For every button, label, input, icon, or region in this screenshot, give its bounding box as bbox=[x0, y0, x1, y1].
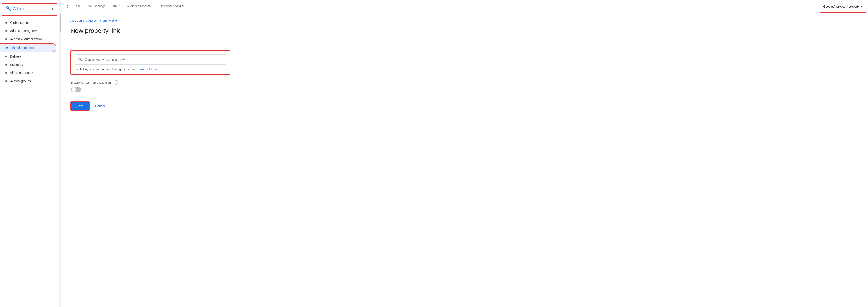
sidebar-dot bbox=[5, 56, 7, 57]
page-title: New property link bbox=[70, 27, 859, 34]
ads-personalization-toggle[interactable] bbox=[71, 87, 81, 92]
sidebar-item-video-audio[interactable]: Video and audio bbox=[0, 69, 57, 77]
sidebar-item-ads-txt[interactable]: Ads.txt management bbox=[0, 27, 57, 35]
chevron-down-icon: ▾ bbox=[861, 5, 863, 8]
divider bbox=[70, 43, 859, 43]
tab-universal-analytics[interactable]: Universal Analytics bbox=[156, 0, 188, 13]
sidebar-item-activity-groups[interactable]: Activity groups bbox=[0, 77, 57, 85]
search-icon bbox=[78, 57, 83, 62]
breadcrumb: All Google Analytics 4 property links › bbox=[70, 19, 859, 23]
sidebar-item-inventory[interactable]: Inventory bbox=[0, 61, 57, 69]
back-button[interactable] bbox=[63, 2, 71, 10]
tos-link[interactable]: Terms of Service bbox=[137, 67, 159, 71]
sidebar-item-access-auth[interactable]: Access & authorization bbox=[0, 35, 57, 43]
tab-ase[interactable]: ase bbox=[72, 0, 84, 13]
sidebar-item-label: Linked accounts bbox=[10, 46, 34, 49]
tab-dmp[interactable]: DMP bbox=[109, 0, 123, 13]
sidebar-item-label: Global settings bbox=[10, 21, 31, 25]
top-nav: ase Ad Exchange DMP Audience Extensi... … bbox=[61, 0, 868, 13]
sidebar-scrollbar bbox=[59, 0, 61, 307]
sidebar-scrollbar-thumb bbox=[60, 14, 61, 32]
sidebar-item-global-settings[interactable]: Global settings bbox=[0, 19, 57, 27]
page-content: All Google Analytics 4 property links › … bbox=[61, 13, 868, 307]
admin-header[interactable]: Admin ▾ bbox=[2, 3, 57, 16]
sidebar-dot bbox=[5, 38, 7, 40]
sidebar-dot-active bbox=[6, 47, 8, 49]
sidebar-item-delivery[interactable]: Delivery bbox=[0, 52, 57, 61]
sidebar-dot bbox=[5, 30, 7, 32]
sidebar-item-label: Access & authorization bbox=[10, 37, 42, 41]
tab-ad-exchange[interactable]: Ad Exchange bbox=[84, 0, 109, 13]
tab-ga4-property-dropdown[interactable]: Google Analytics 4 property ▾ bbox=[819, 0, 866, 13]
save-button[interactable]: Save bbox=[70, 101, 90, 110]
main-content: ase Ad Exchange DMP Audience Extensi... … bbox=[61, 0, 868, 307]
help-icon[interactable]: ? bbox=[114, 80, 118, 84]
ads-personalization-label: Enable for Ads Personalization* ? bbox=[70, 80, 859, 84]
cancel-button[interactable]: Cancel bbox=[93, 102, 107, 110]
form-actions: Save Cancel bbox=[70, 101, 859, 110]
sidebar-item-label: Delivery bbox=[10, 55, 22, 58]
sidebar-item-label: Video and audio bbox=[10, 71, 33, 75]
admin-wrench-icon bbox=[6, 6, 11, 12]
sidebar-dot bbox=[5, 80, 7, 82]
sidebar-dot bbox=[5, 22, 7, 24]
toggle-knob bbox=[71, 87, 76, 92]
tos-text: By clicking save you are confirming the … bbox=[74, 67, 226, 71]
sidebar: Admin ▾ Global settings Ads.txt manageme… bbox=[0, 0, 59, 307]
search-box bbox=[74, 55, 226, 65]
sidebar-item-label: Activity groups bbox=[10, 79, 31, 83]
sidebar-dot bbox=[5, 64, 7, 66]
sidebar-dot bbox=[5, 72, 7, 74]
tab-audience-extensi[interactable]: Audience Extensi... bbox=[123, 0, 156, 13]
admin-dropdown-arrow: ▾ bbox=[52, 7, 53, 10]
breadcrumb-separator: › bbox=[119, 19, 120, 23]
breadcrumb-link[interactable]: All Google Analytics 4 property links bbox=[70, 19, 118, 22]
search-input[interactable] bbox=[85, 58, 223, 62]
sidebar-item-label: Ads.txt management bbox=[10, 29, 39, 33]
sidebar-item-label: Inventory bbox=[10, 63, 23, 66]
property-link-form: By clicking save you are confirming the … bbox=[70, 50, 230, 75]
ads-personalization-section: Enable for Ads Personalization* ? bbox=[70, 80, 859, 92]
sidebar-item-linked-accounts[interactable]: Linked accounts bbox=[0, 43, 57, 52]
admin-title: Admin bbox=[13, 7, 24, 11]
